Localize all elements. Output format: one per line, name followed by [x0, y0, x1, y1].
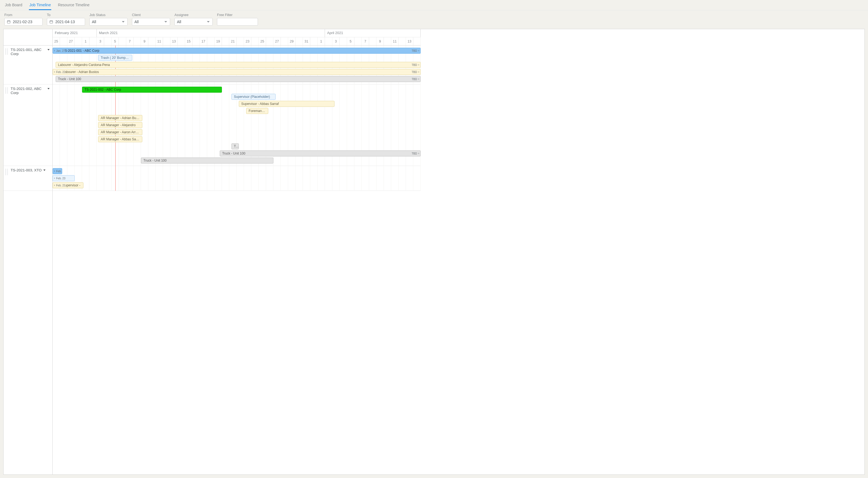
timeline-bar[interactable]: Truck - Unit 100›TBD: [56, 76, 421, 82]
timeline-bar-label: AR Manager - Adrian Bustos: [101, 116, 142, 120]
overflow-left-label: Feb.: [56, 169, 62, 174]
timeline-bar[interactable]: AR Manager - Adrian Bustos: [98, 115, 142, 121]
timeline-bar[interactable]: Truck - Unit 100›TBD: [220, 151, 421, 156]
day-header: [163, 37, 170, 45]
job-row-label-text: TS-2021-001, ABC Corp: [11, 48, 46, 56]
chevron-down-icon[interactable]: [48, 49, 50, 51]
tab-job-board[interactable]: Job Board: [4, 0, 23, 10]
filter-from-label: From: [4, 13, 42, 17]
chevron-left-icon: ‹: [53, 176, 56, 181]
status-select[interactable]: All: [89, 18, 128, 26]
overflow-left-label: Feb. 23: [56, 176, 65, 181]
day-header: [75, 37, 82, 45]
timeline-bar-label: AR Manager - Aaron Arroyo: [101, 130, 141, 134]
to-date-input[interactable]: 2021-04-13: [47, 18, 85, 26]
to-date-value: 2021-04-13: [55, 20, 75, 24]
day-header: 11: [391, 37, 399, 45]
days-header: 2527135791113151719212325272931135791113: [53, 37, 421, 45]
chevron-down-icon[interactable]: [43, 169, 45, 171]
day-header: 1: [318, 37, 325, 45]
drag-handle-icon[interactable]: [5, 48, 8, 55]
timeline-bar[interactable]: TS-2021-002 - ABC Corp: [82, 87, 222, 93]
filter-status-label: Job Status: [89, 13, 128, 17]
month-header: March 2021: [97, 29, 325, 37]
filter-status: Job Status All: [89, 13, 128, 26]
filter-free: Free Filter: [217, 13, 258, 26]
job-row-label[interactable]: TS-2021-001, ABC Corp: [4, 45, 52, 85]
timeline-bar[interactable]: Truck: [231, 144, 239, 149]
day-header: 9: [376, 37, 384, 45]
timeline-container[interactable]: TS-2021-001, ABC CorpTS-2021-002, ABC Co…: [3, 29, 865, 475]
day-header: 5: [347, 37, 354, 45]
filter-assignee-label: Assignee: [175, 13, 213, 17]
day-header: 27: [67, 37, 75, 45]
timeline-bar[interactable]: AR Manager - Alejandro: [98, 122, 142, 128]
overflow-right-label: TBD: [412, 69, 417, 75]
overflow-right-label: TBD: [412, 48, 417, 54]
day-header: [266, 37, 273, 45]
timeline-bar[interactable]: AR Manager - Abbas Sarraf: [98, 136, 142, 142]
chevron-right-icon: ›: [417, 151, 421, 156]
tab-bar: Job Board Job Timeline Resource Timeline: [0, 0, 868, 10]
timeline-bar[interactable]: Foreman - John: [246, 108, 268, 114]
from-date-input[interactable]: 2021-02-23: [4, 18, 42, 26]
row-labels-header-spacer: [4, 29, 52, 45]
free-filter-input[interactable]: [217, 18, 258, 26]
day-header: [133, 37, 141, 45]
timeline-bar[interactable]: Labourer - Alejandro Cardona-Pena›TBD: [56, 62, 421, 68]
day-header: 1: [82, 37, 89, 45]
timeline-bar-label: Truck - Unit 100: [144, 159, 166, 162]
chevron-left-icon: ‹: [53, 168, 56, 174]
client-select[interactable]: All: [132, 18, 170, 26]
chevron-down-icon[interactable]: [48, 88, 50, 89]
months-header: February 2021March 2021April 2021: [53, 29, 421, 37]
timeline-bar[interactable]: Labourer - Adrian Bustos‹Feb. 22›TBD: [53, 69, 421, 75]
calendar-icon: [7, 20, 11, 24]
overflow-left-label: Jan. 27: [56, 48, 65, 54]
status-select-value: All: [92, 20, 96, 24]
tab-resource-timeline[interactable]: Resource Timeline: [57, 0, 90, 10]
timeline-body: TS-2021-001 - ABC Corp‹Jan. 27›TBDTrash …: [53, 45, 421, 191]
job-row-label[interactable]: TS-2021-003, XTO: [4, 166, 52, 191]
filter-to: To 2021-04-13: [47, 13, 85, 26]
day-header: [60, 37, 67, 45]
filter-client: Client All: [132, 13, 170, 26]
timeline-bar[interactable]: AR Manager - Aaron Arroyo: [98, 129, 142, 135]
timeline-bar[interactable]: TS-2021-001 - ABC Corp‹Jan. 27›TBD: [53, 48, 421, 54]
timeline-bar-label: Foreman - John: [249, 109, 268, 113]
timeline-bar[interactable]: ‹Feb.: [53, 168, 62, 174]
day-header: [222, 37, 229, 45]
day-header: [207, 37, 215, 45]
tab-job-timeline[interactable]: Job Timeline: [29, 0, 52, 10]
drag-handle-icon[interactable]: [5, 87, 8, 94]
timeline-grid[interactable]: February 2021March 2021April 2021 252713…: [53, 29, 864, 474]
day-header: 23: [244, 37, 251, 45]
chevron-right-icon: ›: [417, 69, 421, 75]
timeline-bar[interactable]: Trash ( 20' Bumper Pull ): [98, 55, 132, 61]
timeline-bar[interactable]: Supervisor - Abbas Sarraf: [239, 101, 335, 107]
timeline-bar[interactable]: Truck - Unit 100: [141, 158, 273, 163]
filter-client-label: Client: [132, 13, 170, 17]
drag-handle-icon[interactable]: [5, 169, 8, 175]
job-row-label[interactable]: TS-2021-002, ABC Corp: [4, 85, 52, 166]
day-header: [340, 37, 347, 45]
chevron-left-icon: ‹: [53, 48, 56, 54]
day-header: [251, 37, 259, 45]
client-select-value: All: [134, 20, 139, 24]
chevron-right-icon: ›: [417, 62, 421, 68]
assignee-select-value: All: [177, 20, 181, 24]
timeline-bar-label: Supervisor - Abbas Sarraf: [241, 102, 279, 106]
day-header: 29: [288, 37, 296, 45]
timeline-bar[interactable]: Supervisor (Placeholder): [231, 94, 276, 100]
day-header: 3: [97, 37, 104, 45]
day-header: [178, 37, 185, 45]
timeline-bar-label: Labourer - Adrian Bustos: [63, 70, 99, 74]
timeline-bar[interactable]: ‹Feb. 23: [53, 175, 75, 181]
overflow-left-label: Feb. 23: [56, 183, 65, 188]
day-header: [354, 37, 362, 45]
assignee-select[interactable]: All: [175, 18, 213, 26]
day-header: 13: [406, 37, 413, 45]
calendar-icon: [49, 20, 53, 24]
timeline-bar[interactable]: Supervisor -‹Feb. 23: [53, 182, 84, 188]
timeline-bar-label: Truck: [234, 145, 239, 148]
